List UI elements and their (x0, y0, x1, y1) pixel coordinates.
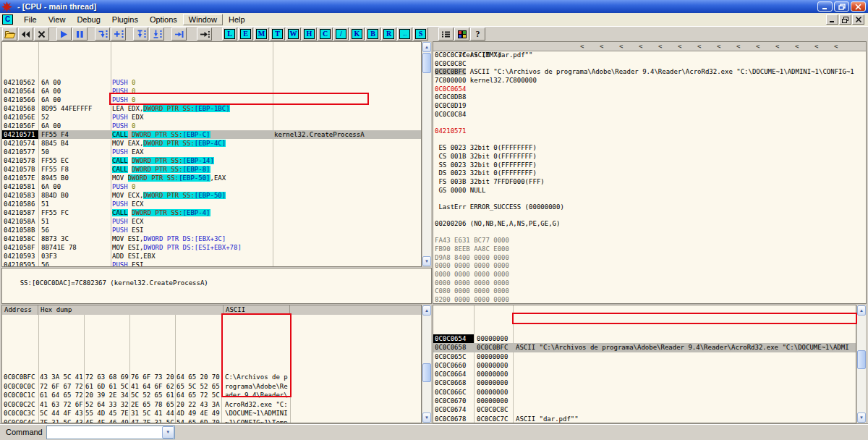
stack-row[interactable]: 0C0C065C00000000 (433, 352, 856, 361)
register-line[interactable]: 7C800000 kernel32.7C800000 (433, 77, 866, 85)
toolbar-toolbar-letter-s[interactable]: S (413, 28, 428, 41)
disasm-row[interactable]: 04210578FF55 ECCALL DWORD PTR SS:[EBP-14… (2, 156, 421, 165)
scroll-hint-chevron-icon[interactable]: < (580, 42, 584, 51)
register-line[interactable]: 0C0C0C8C (433, 60, 866, 69)
scroll-up-button[interactable]: ▲ (857, 305, 866, 316)
register-line[interactable]: 0C0C0654 (433, 85, 866, 94)
scroll-hint-chevron-icon[interactable]: < (736, 42, 740, 51)
disasm-row[interactable]: 042105646A 00PUSH 0 (2, 87, 421, 96)
register-line[interactable] (433, 119, 866, 127)
toolbar-toolbar-letter-m[interactable]: M (254, 28, 269, 41)
menu-plugins[interactable]: Plugins (106, 14, 144, 25)
stack-row[interactable]: 0C0C066400000000 (433, 370, 856, 378)
register-line[interactable] (433, 211, 866, 220)
command-input[interactable] (47, 426, 161, 439)
register-line[interactable]: 0C0C0C84 (433, 111, 866, 119)
stack-row[interactable]: 0C0C06740C0C0C8C (433, 405, 856, 414)
disasm-row[interactable]: 0421057750PUSH EAX (2, 148, 421, 156)
register-line[interactable]: LastErr ERROR_SUCCESS (00000000) (433, 203, 866, 212)
toolbar-run-button[interactable] (56, 28, 72, 41)
stack-row[interactable]: 0C0C067000000000 (433, 397, 856, 405)
scroll-hint-chevron-icon[interactable]: < (795, 42, 799, 51)
toolbar-log-window-button[interactable] (438, 28, 454, 41)
toolbar-toolbar-letter-e[interactable]: E (238, 28, 253, 41)
register-line[interactable]: DS 0023 32bit 0(FFFFFFFF) (433, 169, 866, 178)
scroll-down-button[interactable]: ▼ (422, 256, 431, 266)
toolbar-toolbar-letter-slash[interactable]: / (333, 28, 349, 41)
disasm-row[interactable]: 0421059303F3ADD ESI,EBX (2, 252, 421, 261)
menu-options[interactable]: Options (144, 14, 183, 25)
mdi-minimize-button[interactable] (826, 14, 838, 25)
register-line[interactable]: ES 0023 32bit 0(FFFFFFFF) (433, 144, 866, 153)
register-line[interactable] (433, 195, 866, 203)
scroll-hint-chevron-icon[interactable]: < (717, 42, 720, 51)
toolbar-toolbar-letter-r[interactable]: R (381, 28, 396, 41)
toolbar-step-over-button[interactable] (111, 28, 126, 41)
register-line[interactable]: FB90 8EEB AA8C E000 (433, 245, 866, 254)
stack-row[interactable]: 0C0C06580C0C0BFCASCII "C:\Archivos de pr… (433, 343, 856, 352)
toolbar-appearance-button[interactable] (454, 28, 469, 41)
scroll-hint-chevron-icon[interactable]: < (600, 42, 603, 51)
register-line[interactable]: 0C0C0DB8 (433, 93, 866, 102)
toolbar-pause-button[interactable] (72, 28, 88, 41)
disasm-row[interactable]: 0421056E52PUSH EDX (2, 113, 421, 122)
toolbar-toolbar-letter-l[interactable]: L (222, 28, 237, 41)
toolbar-execute-till-return-button[interactable] (171, 28, 187, 41)
disasm-row[interactable]: 042105666A 00PUSH 0 (2, 96, 421, 104)
register-line[interactable]: SS 0023 32bit 0(FFFFFFFF) (433, 161, 866, 170)
disasm-row[interactable]: 0421058B56PUSH ESI (2, 226, 421, 234)
stack-scrollbar[interactable]: ▲▼ (856, 305, 867, 423)
scroll-thumb[interactable] (857, 350, 866, 369)
toolbar-toolbar-letter-k[interactable]: K (349, 28, 365, 41)
hexdump-row[interactable]: 0C0C0C3C5C 44 4F 4355 4D 45 7E31 5C 41 4… (2, 409, 421, 418)
register-line[interactable]: CS 001B 32bit 0(FFFFFFFF) (433, 153, 866, 161)
cpu-window-icon[interactable]: C (2, 14, 13, 25)
minimize-button[interactable] (817, 1, 833, 12)
command-dropdown-button[interactable]: ▼ (162, 426, 174, 439)
hexdump-row[interactable]: 0C0C0C4C7E 31 5C 434F 4E 46 4947 7E 31 5… (2, 418, 421, 424)
disasm-row[interactable]: 04210587FF55 FCCALL DWORD PTR SS:[EBP-4] (2, 208, 421, 217)
register-line[interactable]: 0000 0000 0000 0000 (433, 271, 866, 279)
stack-row[interactable]: 0C0C065400000000 (433, 334, 856, 343)
register-line[interactable]: 0C0C0BFC ASCII "C:\Archivos de programa\… (433, 68, 866, 77)
hexdump-scrollbar[interactable]: ▲▼ (422, 305, 432, 423)
stack-row[interactable]: 0C0C066800000000 (433, 378, 856, 387)
register-line[interactable]: 0000 0000 0000 0000 (433, 279, 866, 288)
register-line[interactable]: 00200206 (NO,NB,NE,A,NS,PE,GE,G) (433, 220, 866, 229)
stack-row[interactable]: 0C0C066000000000 (433, 361, 856, 370)
disasm-row[interactable]: 042105816A 00PUSH 0 (2, 182, 421, 191)
scroll-hint-chevron-icon[interactable]: < (639, 42, 642, 51)
toolbar-step-into-button[interactable] (95, 28, 110, 41)
scroll-hint-chevron-icon[interactable]: < (658, 42, 662, 51)
disasm-row[interactable]: 042105626A 00PUSH 0 (2, 78, 421, 87)
scroll-up-button[interactable]: ▲ (422, 42, 431, 52)
menu-debug[interactable]: Debug (71, 14, 106, 25)
scroll-hint-chevron-icon[interactable]: < (834, 42, 838, 51)
scroll-hint-chevron-icon[interactable]: < (814, 42, 818, 51)
hexdump-row[interactable]: 0C0C0C2C41 63 72 6F52 64 33 322E 65 78 6… (2, 400, 421, 410)
scroll-hint-chevron-icon[interactable]: < (619, 42, 623, 51)
toolbar-close-button[interactable] (34, 28, 49, 41)
toolbar-open-file-button[interactable] (2, 28, 17, 41)
menu-window[interactable]: Window (183, 14, 223, 25)
register-line[interactable]: 0000 0000 0000 0000 (433, 262, 866, 271)
disasm-row[interactable]: 042105748B45 B4MOV EAX,DWORD PTR SS:[EBP… (2, 139, 421, 148)
scroll-hint-chevron-icon[interactable]: < (697, 42, 701, 51)
register-line[interactable]: 0C0C0D19 (433, 102, 866, 111)
menu-file[interactable]: File (18, 14, 43, 25)
disasm-row[interactable]: 0421058A51PUSH ECX (2, 217, 421, 226)
disasm-row[interactable]: 0421059556PUSH ESI (2, 261, 421, 267)
toolbar-toolbar-letter-t[interactable]: T (270, 28, 285, 41)
register-line[interactable]: 0C0C0C7C ASCII "dar.pdf"" (433, 51, 866, 60)
restore-button[interactable] (834, 1, 849, 12)
scroll-up-button[interactable]: ▲ (422, 305, 431, 316)
toolbar-toolbar-letter-b[interactable]: B (365, 28, 380, 41)
toolbar-toolbar-letter-h[interactable]: H (302, 28, 317, 41)
toolbar-trace-over-button[interactable] (149, 28, 164, 41)
mdi-restore-button[interactable] (839, 14, 851, 25)
disassembler-scrollbar[interactable]: ▲▼ (422, 41, 432, 267)
menu-view[interactable]: View (43, 14, 72, 25)
register-line[interactable]: FS 003B 32bit 7FFDF000(FFF) (433, 178, 866, 187)
toolbar-trace-into-button[interactable] (133, 28, 148, 41)
disasm-row[interactable]: 042105838B4D B0MOV ECX,DWORD PTR SS:[EBP… (2, 191, 421, 200)
